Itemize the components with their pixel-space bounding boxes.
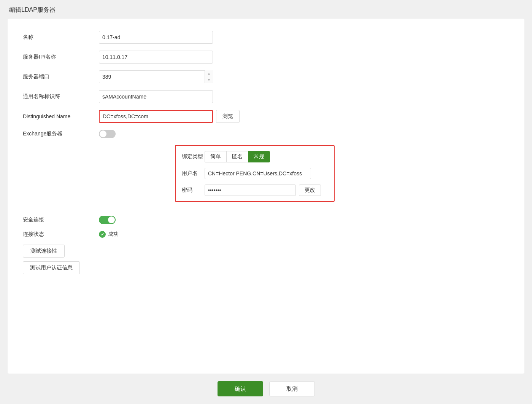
bind-type-buttons: 简单 匿名 常规	[205, 151, 270, 162]
binding-type-row: 绑定类型 简单 匿名 常规	[182, 151, 328, 162]
port-row: 服务器端口 ▲ ▼	[23, 70, 509, 83]
security-toggle[interactable]	[99, 216, 116, 224]
server-row: 服务器IP/名称	[23, 51, 509, 64]
username-binding-label: 用户名	[182, 170, 205, 177]
bind-simple-button[interactable]: 简单	[205, 151, 226, 162]
connection-status-text: 成功	[108, 231, 119, 238]
dn-label: Distinguished Name	[23, 113, 99, 119]
binding-type-label: 绑定类型	[182, 153, 205, 160]
name-label: 名称	[23, 34, 99, 41]
password-binding-row: 密码 更改	[182, 185, 328, 196]
security-label: 安全连接	[23, 216, 99, 223]
connection-status-icon	[99, 231, 106, 238]
port-label: 服务器端口	[23, 73, 99, 80]
confirm-button[interactable]: 确认	[218, 381, 263, 396]
dialog-body: 名称 服务器IP/名称 服务器端口 ▲ ▼ 通用名称标识符	[8, 19, 524, 374]
server-label: 服务器IP/名称	[23, 54, 99, 60]
exchange-toggle[interactable]	[99, 130, 116, 138]
bind-normal-button[interactable]: 常规	[248, 151, 270, 162]
change-password-button[interactable]: 更改	[299, 185, 321, 196]
browse-button[interactable]: 浏览	[216, 110, 240, 123]
connection-row: 连接状态 成功	[23, 231, 509, 238]
test-user-auth-button[interactable]: 测试用户认证信息	[23, 261, 80, 274]
dn-row: Distinguished Name 浏览	[23, 110, 509, 123]
cancel-button[interactable]: 取消	[269, 381, 315, 396]
connection-label: 连接状态	[23, 231, 99, 238]
username-input[interactable]	[205, 168, 311, 179]
exchange-row: Exchange服务器	[23, 130, 509, 138]
port-spinner: ▲ ▼	[99, 70, 213, 83]
page-title: 编辑LDAP服务器	[0, 0, 532, 19]
action-buttons: 测试连接性 测试用户认证信息	[23, 245, 509, 274]
password-input[interactable]	[205, 185, 296, 196]
name-row: 名称	[23, 31, 509, 44]
dn-input[interactable]	[99, 110, 213, 123]
username-binding-row: 用户名	[182, 168, 328, 179]
common-name-label: 通用名称标识符	[23, 93, 99, 100]
exchange-slider	[99, 130, 116, 138]
footer-bar: 确认 取消	[0, 374, 532, 404]
test-connection-button[interactable]: 测试连接性	[23, 245, 65, 258]
exchange-label: Exchange服务器	[23, 130, 99, 137]
common-name-row: 通用名称标识符	[23, 90, 509, 103]
port-arrows: ▲ ▼	[205, 70, 213, 83]
port-up-arrow[interactable]: ▲	[205, 70, 213, 77]
security-row: 安全连接	[23, 216, 509, 224]
binding-section: 绑定类型 简单 匿名 常规 用户名 密码	[175, 145, 335, 202]
server-input[interactable]	[99, 51, 213, 64]
bind-anonymous-button[interactable]: 匿名	[226, 151, 248, 162]
name-input[interactable]	[99, 31, 213, 44]
port-input[interactable]	[99, 70, 213, 83]
port-down-arrow[interactable]: ▼	[205, 77, 213, 84]
password-binding-label: 密码	[182, 187, 205, 194]
common-name-input[interactable]	[99, 90, 213, 103]
security-slider	[99, 216, 116, 224]
password-wrapper: 更改	[205, 185, 321, 196]
binding-outer-row: 绑定类型 简单 匿名 常规 用户名 密码	[23, 145, 509, 209]
